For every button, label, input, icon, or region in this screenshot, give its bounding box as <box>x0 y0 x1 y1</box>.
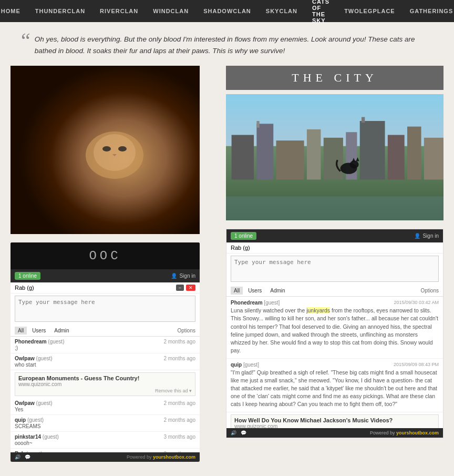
nav-thunderclan[interactable]: THUNDERCLAN <box>28 8 92 14</box>
city-header: THE CITY <box>226 66 443 90</box>
left-chat-ad: European Monuments - Guess The Country! … <box>15 372 195 396</box>
nav-cats-of-sky[interactable]: CATS OF THE SKY <box>305 0 337 24</box>
main-nav: HOME THUNDERCLAN RIVERCLAN WINDCLAN SHAD… <box>0 0 454 22</box>
right-chat-input[interactable] <box>231 256 439 282</box>
right-user-icon: 👤 <box>414 233 420 239</box>
svg-point-2 <box>102 146 111 151</box>
nav-gatherings[interactable]: GATHERINGS <box>403 8 454 14</box>
left-chat-tabs: All Users Admin Options <box>11 325 200 337</box>
quote-section: “ Oh yes, blood is everything. But the o… <box>0 22 454 66</box>
svg-rect-11 <box>324 138 343 180</box>
svg-point-20 <box>350 161 359 169</box>
list-item: Phonedream (guest) 2 months ago ;) <box>11 337 200 353</box>
left-tab-admin[interactable]: Admin <box>51 327 72 335</box>
right-chat-ad: How Well Do You Know Michael Jackson's M… <box>231 414 439 429</box>
nav-shadowclan[interactable]: SHADOWCLAN <box>196 8 259 14</box>
svg-rect-14 <box>388 135 405 180</box>
list-item: Owlpaw (guest) 2 months ago who start <box>11 353 200 370</box>
svg-rect-9 <box>276 140 304 179</box>
list-item: Phonedream [guest] 2015/09/30 03:42 AM L… <box>226 297 443 358</box>
left-mute-icon[interactable]: 🔊 <box>15 454 20 460</box>
left-chat-bottombar: 🔊 💬 Powered by yourshoutbox.com <box>11 452 200 462</box>
left-minus-btn[interactable]: − <box>176 285 184 291</box>
list-item: Rab (guest) 3 months ago <box>11 449 200 452</box>
left-column: OOC 1 online 👤 Sign in Rab (g) − ✕ <box>11 66 215 462</box>
svg-rect-13 <box>360 121 385 179</box>
right-tab-users[interactable]: Users <box>245 287 265 295</box>
list-item: Owlpaw (guest) 2 months ago Yes <box>11 398 200 415</box>
right-chat-widget: 1 online 👤 Sign in Rab (g) All Users Adm… <box>226 229 443 438</box>
main-content: OOC 1 online 👤 Sign in Rab (g) − ✕ <box>0 66 454 472</box>
left-chat-input-row <box>11 293 200 325</box>
left-powered: Powered by yourshoutbox.com <box>127 454 195 460</box>
left-chat-topbar: 1 online 👤 Sign in <box>11 269 200 282</box>
city-image <box>226 94 443 220</box>
right-sign-in[interactable]: 👤 Sign in <box>414 233 439 239</box>
left-tab-users[interactable]: Users <box>29 327 49 335</box>
svg-rect-8 <box>256 124 273 179</box>
right-chat-bottombar: 🔊 💬 Powered by yourshoutbox.com <box>226 428 443 438</box>
ooc-title: OOC <box>11 242 200 269</box>
right-column: THE CITY <box>215 66 443 462</box>
right-settings-icon[interactable]: 💬 <box>241 430 246 436</box>
nav-riverclan[interactable]: RIVERCLAN <box>92 8 146 14</box>
nav-twolegplace[interactable]: TWOLEGPLACE <box>337 8 403 14</box>
list-item: quip (guest) 2 months ago SCREAMS <box>11 415 200 432</box>
svg-point-3 <box>118 146 127 151</box>
right-chat-input-row <box>226 254 443 285</box>
left-chat-widget: 1 online 👤 Sign in Rab (g) − ✕ <box>11 269 200 462</box>
svg-rect-18 <box>362 117 365 123</box>
cat-image <box>11 66 200 234</box>
quote-mark: “ <box>21 31 30 52</box>
right-chat-tabs: All Users Admin Options <box>226 285 443 297</box>
ooc-box: OOC 1 online 👤 Sign in Rab (g) − ✕ <box>11 242 200 462</box>
right-online-badge: 1 online <box>231 232 256 240</box>
cat-face-svg <box>73 118 157 181</box>
left-settings-icon[interactable]: 💬 <box>25 454 30 460</box>
right-tab-all[interactable]: All <box>231 287 243 295</box>
left-chat-controls: − ✕ <box>176 285 195 291</box>
svg-rect-16 <box>424 138 443 180</box>
svg-point-1 <box>94 134 136 171</box>
user-icon: 👤 <box>171 273 177 279</box>
left-chat-user: Rab (g) − ✕ <box>11 282 200 293</box>
list-item: quip [guest] 2015/09/09 08:43 PM "I'm gl… <box>226 359 443 412</box>
right-powered: Powered by yourshoutbox.com <box>370 430 439 436</box>
nav-home[interactable]: HOME <box>0 8 28 14</box>
svg-rect-15 <box>407 127 421 180</box>
city-svg <box>226 94 443 220</box>
svg-rect-7 <box>232 135 254 180</box>
svg-rect-23 <box>226 196 443 220</box>
left-sign-in[interactable]: 👤 Sign in <box>171 273 195 279</box>
left-online-badge: 1 online <box>15 272 40 280</box>
list-item: pinkstar14 (guest) 3 months ago ooooh~ <box>11 432 200 449</box>
nav-skyclan[interactable]: SKYCLAN <box>259 8 305 14</box>
right-chat-user: Rab (g) <box>226 242 443 254</box>
left-tab-all[interactable]: All <box>15 327 27 335</box>
svg-rect-17 <box>256 121 259 128</box>
right-chat-messages[interactable]: Phonedream [guest] 2015/09/30 03:42 AM L… <box>226 297 443 428</box>
nav-windclan[interactable]: WINDCLAN <box>146 8 196 14</box>
left-close-btn[interactable]: ✕ <box>186 285 195 291</box>
left-chat-input[interactable] <box>15 296 195 322</box>
left-chat-messages[interactable]: Phonedream (guest) 2 months ago ;) Owlpa… <box>11 337 200 452</box>
right-chat-options[interactable]: Options <box>421 288 439 293</box>
right-chat-topbar: 1 online 👤 Sign in <box>226 229 443 242</box>
city-title: THE CITY <box>226 71 443 85</box>
svg-rect-10 <box>307 129 321 180</box>
right-tab-admin[interactable]: Admin <box>267 287 288 295</box>
right-mute-icon[interactable]: 🔊 <box>231 430 236 436</box>
quote-text: Oh yes, blood is everything. But the onl… <box>35 34 433 56</box>
left-chat-options[interactable]: Options <box>178 328 195 333</box>
